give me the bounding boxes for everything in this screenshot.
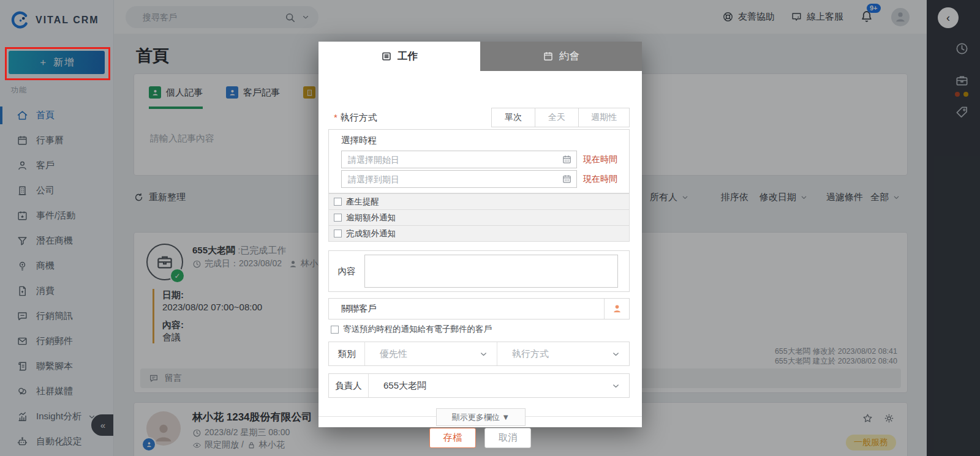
owner-label: 負責人	[329, 374, 369, 397]
owner-box: 負責人 655大老闆	[328, 373, 630, 398]
priority-placeholder: 優先性	[365, 348, 479, 360]
schedule-label: 選擇時程	[341, 135, 629, 146]
new-item-dialog: 工作 約會 *執行方式 單次 全天 週期性 選擇時程 現在時間	[318, 42, 642, 427]
category-label: 類別	[329, 342, 365, 365]
option-overdue-notify[interactable]: 逾期額外通知	[329, 209, 629, 225]
chevron-down-icon	[611, 381, 620, 391]
now-time-link-start[interactable]: 現在時間	[583, 154, 617, 165]
start-date-field[interactable]	[341, 151, 577, 168]
show-more-fields-button[interactable]: 顯示更多欄位 ▼	[436, 408, 526, 426]
option-label: 產生提醒	[346, 196, 379, 207]
checkbox[interactable]	[334, 230, 342, 237]
exec-placeholder: 執行方式	[497, 348, 611, 360]
exec-mode-recurring[interactable]: 週期性	[578, 108, 629, 127]
pick-customer-button[interactable]	[604, 299, 629, 319]
category-box: 類別 優先性 執行方式	[328, 342, 630, 366]
due-date-field[interactable]	[341, 170, 577, 188]
due-date-input[interactable]	[342, 174, 562, 185]
exec-mode-allday[interactable]: 全天	[535, 108, 578, 127]
option-complete-notify[interactable]: 完成額外通知	[329, 225, 629, 241]
reminder-options: 產生提醒 逾期額外通知 完成額外通知	[328, 193, 630, 242]
calendar-picker-icon[interactable]	[562, 154, 572, 165]
exec-method-label: *執行方式	[334, 112, 377, 124]
checkbox[interactable]	[334, 214, 342, 222]
content-field-label: 內容	[329, 266, 364, 277]
person-icon	[612, 304, 622, 314]
exec-mode-segmented-control: 單次 全天 週期性	[491, 108, 630, 127]
checkbox[interactable]	[331, 326, 339, 334]
start-date-input[interactable]	[342, 154, 562, 165]
email-notify-option[interactable]: 寄送預約時程的通知給有電子郵件的客戶	[331, 324, 492, 335]
schedule-box: 選擇時程 現在時間 現在時間	[328, 129, 630, 193]
exec-method-select[interactable]: 執行方式	[497, 342, 629, 365]
checkbox[interactable]	[334, 198, 342, 206]
task-list-icon	[381, 51, 392, 62]
owner-select[interactable]: 655大老闆	[369, 374, 629, 397]
chevron-down-icon	[611, 349, 620, 359]
save-button[interactable]: 存檔	[429, 428, 476, 448]
modal-tab-label: 約會	[559, 50, 579, 63]
owner-value: 655大老闆	[369, 380, 611, 392]
calendar-icon	[543, 51, 554, 62]
required-asterisk: *	[334, 112, 337, 122]
priority-select[interactable]: 優先性	[365, 342, 497, 365]
option-create-reminder[interactable]: 產生提醒	[329, 194, 629, 209]
calendar-picker-icon[interactable]	[562, 174, 572, 184]
cancel-button[interactable]: 取消	[484, 428, 531, 448]
now-time-link-due[interactable]: 現在時間	[583, 174, 617, 185]
modal-tab-work[interactable]: 工作	[318, 42, 480, 71]
related-customer-label: 關聯客戶	[329, 303, 377, 315]
content-field-box: 內容	[328, 250, 630, 292]
option-label: 完成額外通知	[346, 228, 396, 239]
content-textarea[interactable]	[364, 255, 618, 288]
modal-tab-appointment[interactable]: 約會	[480, 42, 642, 71]
email-notify-label: 寄送預約時程的通知給有電子郵件的客戶	[343, 324, 492, 335]
chevron-down-icon	[479, 349, 488, 359]
modal-tab-label: 工作	[398, 50, 418, 63]
related-customer-input[interactable]	[384, 298, 604, 320]
exec-mode-single[interactable]: 單次	[492, 108, 535, 127]
option-label: 逾期額外通知	[346, 212, 396, 223]
related-customer-box: 關聯客戶	[328, 298, 630, 320]
